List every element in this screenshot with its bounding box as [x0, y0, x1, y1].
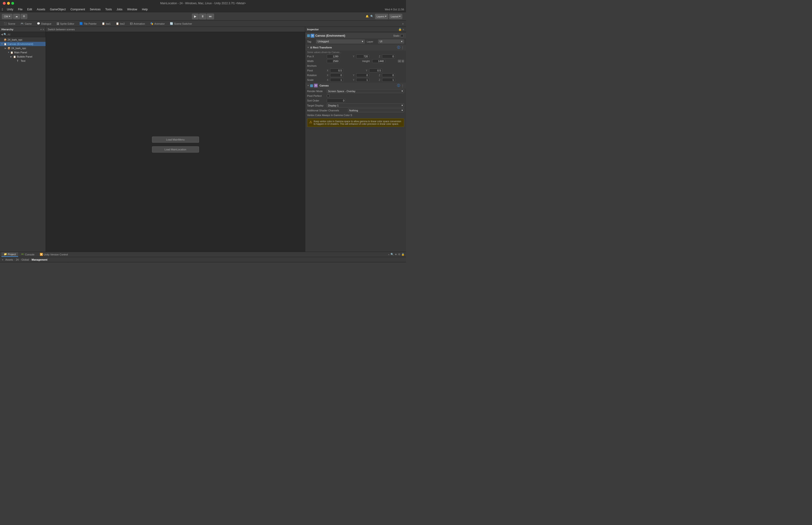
hier-item-text[interactable]: T Text — [0, 59, 46, 63]
scale-y-input[interactable] — [356, 78, 369, 82]
tab-console[interactable]: 📟 Console — [18, 252, 37, 257]
menu-window[interactable]: Window — [125, 7, 139, 12]
rot-z-input[interactable] — [382, 73, 395, 77]
pivot-x-input[interactable] — [330, 69, 343, 72]
width-input[interactable] — [327, 59, 340, 63]
animation-label: Animation — [134, 22, 145, 25]
om-label: OM — [4, 15, 8, 18]
pos-z-input[interactable] — [382, 55, 395, 58]
wh-btn2[interactable]: ↕ — [402, 60, 404, 62]
pos-y-input[interactable] — [356, 55, 369, 58]
play-button[interactable]: ▶ — [192, 14, 199, 19]
breadcrumb-24[interactable]: 24 — [16, 258, 18, 261]
tab-game[interactable]: 🎮 Game — [18, 21, 34, 26]
maximize-button[interactable] — [11, 2, 14, 5]
search-icon[interactable]: 🔍 — [370, 15, 373, 18]
hierarchy-add-icon[interactable]: + — [40, 28, 42, 31]
rot-x-input[interactable] — [330, 73, 343, 77]
breadcrumb-add[interactable]: + — [2, 258, 3, 261]
rect-kebab-icon[interactable]: ⋮ — [401, 46, 404, 49]
canvas-enabled[interactable] — [310, 84, 313, 87]
hier-arrow: ▶ — [5, 47, 7, 49]
minimize-button[interactable] — [7, 2, 10, 5]
height-input[interactable] — [372, 59, 385, 63]
breadcrumb-management[interactable]: Management — [32, 258, 47, 261]
hier-item-menu[interactable]: ⋮ — [43, 43, 46, 45]
project-search-icon[interactable]: 🔍 — [390, 253, 394, 256]
menu-help[interactable]: Help — [140, 7, 150, 12]
scene-tab-menu[interactable]: ≡ — [401, 22, 404, 25]
om-dropdown[interactable]: OM ▾ — [2, 14, 13, 19]
load-mainmenu-button[interactable]: Load MainMenu — [152, 137, 199, 142]
layers-dropdown[interactable]: Layers ▾ — [375, 14, 388, 19]
breadcrumb-assets[interactable]: Assets — [5, 258, 13, 261]
tab-animator[interactable]: 🎭 Animator — [148, 21, 167, 26]
hier-item-bark-npc-child[interactable]: ▶ 📦 24_bark_npc — [0, 46, 46, 50]
tab-scene[interactable]: ⬛ Scene — [1, 21, 18, 26]
component-enabled-checkbox[interactable] — [307, 34, 310, 37]
hier-item-canvas-env[interactable]: ▼ 📋 Canvas (Environment) ⋮ — [0, 42, 46, 46]
scale-x-input[interactable] — [330, 78, 343, 82]
tab-sprite-editor[interactable]: 🖼 Sprite Editor — [54, 21, 77, 26]
menu-jobs[interactable]: Jobs — [114, 7, 124, 12]
load-mainlocation-button[interactable]: Load MainLocation — [152, 146, 199, 152]
rot-y-input[interactable] — [356, 73, 369, 77]
close-button[interactable] — [3, 2, 6, 5]
sort-order-input[interactable] — [327, 99, 346, 103]
layer-dropdown[interactable]: UI ▾ — [378, 40, 404, 44]
pixel-perfect-checkbox[interactable] — [327, 94, 330, 97]
menu-tools[interactable]: Tools — [103, 7, 114, 12]
rect-transform-header[interactable]: ▼ ⊞ Rect Transform ⓘ ⋮ — [305, 44, 406, 50]
render-mode-dropdown[interactable]: Screen Space - Overlay ▾ — [327, 89, 404, 93]
hier-item-bubble-panel[interactable]: ▶ 📋 Bubble Panel — [0, 55, 46, 59]
hier-item-main-panel[interactable]: ▼ 📋 Main Panel — [0, 50, 46, 55]
menu-component[interactable]: Component — [68, 7, 87, 12]
menu-services[interactable]: Services — [88, 7, 103, 12]
hierarchy-search-bar[interactable]: ◀ 🔍 — [0, 32, 46, 37]
tab-bw1[interactable]: 📋 bw1 — [99, 21, 113, 26]
tab-animation[interactable]: 🎞 Animation — [127, 21, 147, 26]
menu-edit[interactable]: Edit — [25, 7, 34, 12]
cloud-button[interactable]: ☁ — [13, 14, 20, 19]
tabs-more-icon[interactable]: ≡ — [401, 22, 404, 25]
tab-project[interactable]: 📁 Project — [1, 252, 18, 257]
canvas-info-icon[interactable]: ⓘ — [397, 84, 400, 88]
breadcrumb-global[interactable]: Global — [21, 258, 29, 261]
pause-button[interactable]: ⏸ — [199, 14, 206, 19]
menu-assets[interactable]: Assets — [35, 7, 47, 12]
tab-dialogue[interactable]: 💬 Dialogue — [34, 21, 53, 26]
static-checkbox[interactable] — [401, 34, 403, 37]
hierarchy-more-icon[interactable]: ≡ — [43, 28, 44, 31]
project-lock-icon[interactable]: 🔒 — [401, 253, 404, 256]
target-display-dropdown[interactable]: Display 1 ▾ — [327, 103, 404, 107]
hier-item-bark-npc-top[interactable]: 📦 24_bark_npc — [0, 38, 46, 42]
tab-version-control[interactable]: 🔀 Unity Version Control — [37, 252, 70, 257]
shader-channels-dropdown[interactable]: Nothing ▾ — [348, 108, 404, 112]
pivot-y-input[interactable] — [369, 69, 382, 72]
inspector-header: Inspector 🔒 ≡ — [305, 27, 406, 32]
tab-tile-palette[interactable]: 🟦 Tile Palette — [77, 21, 99, 26]
menu-file[interactable]: File — [16, 7, 24, 12]
wh-btn1[interactable]: ↔ — [398, 60, 401, 62]
rect-info-icon[interactable]: ⓘ — [397, 45, 400, 49]
inspector-more-icon[interactable]: ≡ — [403, 28, 404, 31]
step-button[interactable]: ⏭ — [207, 14, 214, 19]
scale-z-input[interactable] — [382, 78, 395, 82]
menu-gameobject[interactable]: GameObject — [48, 7, 68, 12]
canvas-header[interactable]: ▼ 🖼 Canvas ⓘ ⋮ — [305, 82, 406, 89]
canvas-kebab-icon[interactable]: ⋮ — [401, 84, 404, 87]
layout-dropdown[interactable]: Layout ▾ — [389, 14, 402, 19]
tag-dropdown[interactable]: Untagged ▾ — [316, 40, 365, 44]
hier-icon: 📋 — [13, 56, 16, 58]
tab-bw2[interactable]: 📋 bw2 — [113, 21, 127, 26]
tab-scene-switcher[interactable]: 🔄 Scene Switcher — [168, 21, 194, 26]
menu-unity[interactable]: Unity — [5, 7, 15, 12]
apple-icon[interactable]:  — [2, 7, 3, 11]
project-favorite-icon[interactable]: ★ — [395, 253, 397, 256]
hierarchy-search-input[interactable] — [7, 33, 45, 36]
settings-button[interactable]: ⚙ — [21, 14, 27, 19]
project-add-icon[interactable]: + — [388, 253, 389, 256]
pos-x-input[interactable] — [327, 55, 340, 58]
project-settings-icon[interactable]: ⚙ — [398, 253, 400, 256]
inspector-lock-icon[interactable]: 🔒 — [398, 28, 402, 31]
